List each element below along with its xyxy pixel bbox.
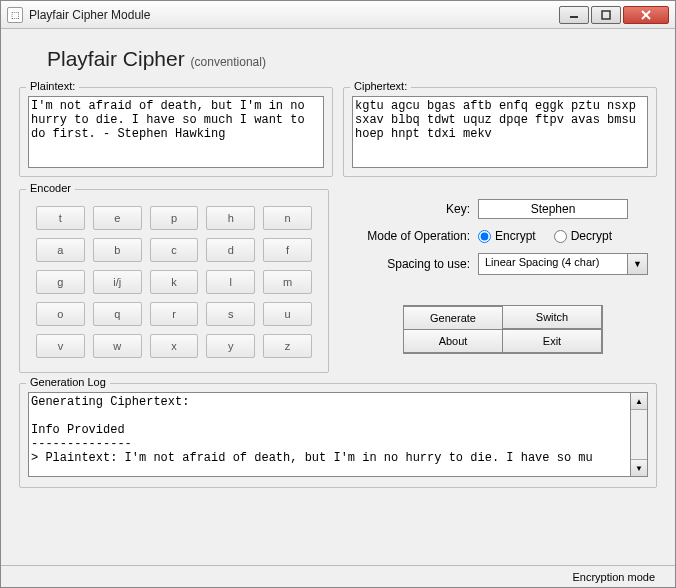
spacing-value: Linear Spacing (4 char) [478,253,628,275]
encoder-cell: b [93,238,142,262]
encoder-cell: a [36,238,85,262]
app-window: ⬚ Playfair Cipher Module Playfair Cipher… [0,0,676,588]
app-icon: ⬚ [7,7,23,23]
encoder-cell: i/j [93,270,142,294]
switch-button[interactable]: Switch [502,305,602,329]
encoder-cell: u [263,302,312,326]
encoder-cell: o [36,302,85,326]
status-text: Encryption mode [572,571,655,583]
encoder-cell: h [206,206,255,230]
encoder-cell: d [206,238,255,262]
log-group: Generation Log Generating Ciphertext: In… [19,383,657,488]
plaintext-group: Plaintext: I'm not afraid of death, but … [19,87,333,177]
encoder-cell: v [36,334,85,358]
title-main: Playfair Cipher [47,47,185,70]
encoder-cell: g [36,270,85,294]
scroll-track[interactable] [631,410,647,459]
chevron-down-icon[interactable]: ▼ [628,253,648,275]
encoder-cell: t [36,206,85,230]
log-scrollbar[interactable]: ▲ ▼ [631,392,648,477]
scroll-up-icon[interactable]: ▲ [631,393,647,410]
window-title: Playfair Cipher Module [29,8,557,22]
mode-label: Mode of Operation: [343,229,478,243]
ciphertext-input[interactable]: kgtu agcu bgas aftb enfq eggk pztu nsxp … [352,96,648,168]
settings-panel: Key: Mode of Operation: Encrypt [343,189,657,373]
ciphertext-group: Ciphertext: kgtu agcu bgas aftb enfq egg… [343,87,657,177]
encoder-cell: c [150,238,199,262]
encoder-legend: Encoder [26,182,75,194]
log-output[interactable]: Generating Ciphertext: Info Provided ---… [28,392,631,477]
title-subtitle: (conventional) [191,55,266,69]
encoder-cell: z [263,334,312,358]
encoder-cell: y [206,334,255,358]
page-title: Playfair Cipher (conventional) [47,47,657,71]
decrypt-label: Decrypt [571,229,612,243]
encoder-cell: s [206,302,255,326]
encrypt-label: Encrypt [495,229,536,243]
svg-rect-1 [602,11,610,19]
encoder-cell: k [150,270,199,294]
encoder-grid: tephnabcdfgi/jklmoqrsuvwxyz [36,206,312,358]
encoder-cell: w [93,334,142,358]
generate-button[interactable]: Generate [403,306,503,330]
encoder-group: Encoder tephnabcdfgi/jklmoqrsuvwxyz [19,189,329,373]
scroll-down-icon[interactable]: ▼ [631,459,647,476]
encoder-cell: r [150,302,199,326]
key-input[interactable] [478,199,628,219]
close-button[interactable] [623,6,669,24]
plaintext-legend: Plaintext: [26,80,79,92]
encoder-cell: x [150,334,199,358]
log-legend: Generation Log [26,376,110,388]
encoder-cell: m [263,270,312,294]
encoder-cell: q [93,302,142,326]
plaintext-input[interactable]: I'm not afraid of death, but I'm in no h… [28,96,324,168]
encrypt-radio[interactable] [478,230,491,243]
encoder-cell: p [150,206,199,230]
minimize-button[interactable] [559,6,589,24]
encrypt-radio-wrap[interactable]: Encrypt [478,229,536,243]
encoder-cell: e [93,206,142,230]
encoder-cell: f [263,238,312,262]
maximize-button[interactable] [591,6,621,24]
spacing-label: Spacing to use: [343,257,478,271]
encoder-cell: n [263,206,312,230]
action-buttons: Generate Switch About Exit [403,305,603,354]
status-bar: Encryption mode [1,565,675,587]
decrypt-radio[interactable] [554,230,567,243]
encoder-cell: l [206,270,255,294]
title-bar: ⬚ Playfair Cipher Module [1,1,675,29]
about-button[interactable]: About [403,329,503,353]
exit-button[interactable]: Exit [502,329,602,353]
spacing-select[interactable]: Linear Spacing (4 char) ▼ [478,253,657,275]
ciphertext-legend: Ciphertext: [350,80,411,92]
key-label: Key: [343,202,478,216]
window-controls [557,6,669,24]
decrypt-radio-wrap[interactable]: Decrypt [554,229,612,243]
client-area: Playfair Cipher (conventional) Plaintext… [1,29,675,514]
